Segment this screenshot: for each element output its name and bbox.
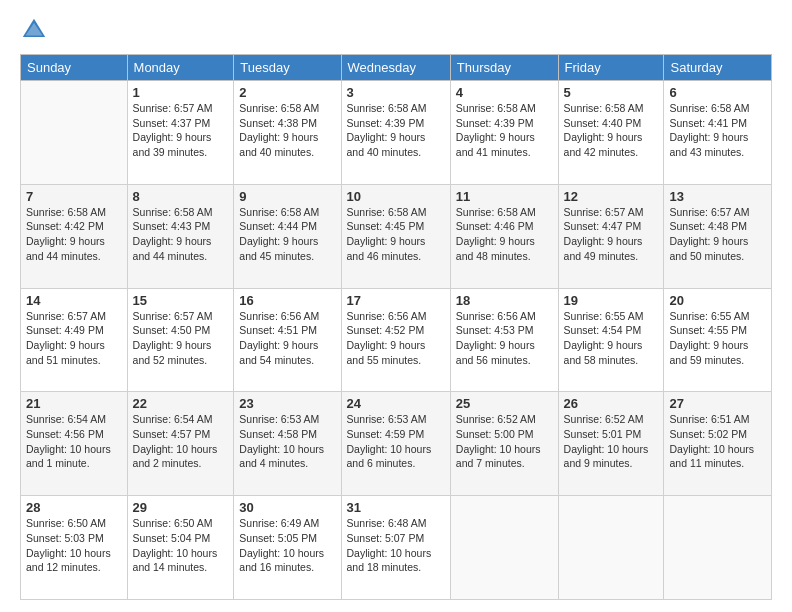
header <box>20 16 772 44</box>
day-cell <box>450 496 558 600</box>
day-number: 9 <box>239 189 335 204</box>
day-info: Sunrise: 6:58 AM Sunset: 4:38 PM Dayligh… <box>239 101 335 160</box>
day-headers: SundayMondayTuesdayWednesdayThursdayFrid… <box>21 55 772 81</box>
day-header-monday: Monday <box>127 55 234 81</box>
day-info: Sunrise: 6:57 AM Sunset: 4:37 PM Dayligh… <box>133 101 229 160</box>
day-cell: 2Sunrise: 6:58 AM Sunset: 4:38 PM Daylig… <box>234 81 341 185</box>
day-number: 5 <box>564 85 659 100</box>
day-cell: 23Sunrise: 6:53 AM Sunset: 4:58 PM Dayli… <box>234 392 341 496</box>
day-cell <box>558 496 664 600</box>
day-info: Sunrise: 6:53 AM Sunset: 4:58 PM Dayligh… <box>239 412 335 471</box>
week-row-2: 14Sunrise: 6:57 AM Sunset: 4:49 PM Dayli… <box>21 288 772 392</box>
day-number: 3 <box>347 85 445 100</box>
day-number: 16 <box>239 293 335 308</box>
day-cell: 22Sunrise: 6:54 AM Sunset: 4:57 PM Dayli… <box>127 392 234 496</box>
day-cell: 17Sunrise: 6:56 AM Sunset: 4:52 PM Dayli… <box>341 288 450 392</box>
day-number: 29 <box>133 500 229 515</box>
day-header-tuesday: Tuesday <box>234 55 341 81</box>
day-number: 23 <box>239 396 335 411</box>
day-info: Sunrise: 6:56 AM Sunset: 4:52 PM Dayligh… <box>347 309 445 368</box>
day-number: 22 <box>133 396 229 411</box>
day-info: Sunrise: 6:58 AM Sunset: 4:40 PM Dayligh… <box>564 101 659 160</box>
week-row-3: 21Sunrise: 6:54 AM Sunset: 4:56 PM Dayli… <box>21 392 772 496</box>
day-cell: 27Sunrise: 6:51 AM Sunset: 5:02 PM Dayli… <box>664 392 772 496</box>
day-cell: 1Sunrise: 6:57 AM Sunset: 4:37 PM Daylig… <box>127 81 234 185</box>
day-cell: 5Sunrise: 6:58 AM Sunset: 4:40 PM Daylig… <box>558 81 664 185</box>
day-cell: 31Sunrise: 6:48 AM Sunset: 5:07 PM Dayli… <box>341 496 450 600</box>
day-info: Sunrise: 6:57 AM Sunset: 4:48 PM Dayligh… <box>669 205 766 264</box>
day-number: 28 <box>26 500 122 515</box>
day-info: Sunrise: 6:56 AM Sunset: 4:53 PM Dayligh… <box>456 309 553 368</box>
day-info: Sunrise: 6:56 AM Sunset: 4:51 PM Dayligh… <box>239 309 335 368</box>
day-info: Sunrise: 6:58 AM Sunset: 4:39 PM Dayligh… <box>456 101 553 160</box>
day-info: Sunrise: 6:48 AM Sunset: 5:07 PM Dayligh… <box>347 516 445 575</box>
day-number: 30 <box>239 500 335 515</box>
week-row-0: 1Sunrise: 6:57 AM Sunset: 4:37 PM Daylig… <box>21 81 772 185</box>
day-cell: 18Sunrise: 6:56 AM Sunset: 4:53 PM Dayli… <box>450 288 558 392</box>
day-number: 17 <box>347 293 445 308</box>
day-info: Sunrise: 6:58 AM Sunset: 4:43 PM Dayligh… <box>133 205 229 264</box>
day-header-wednesday: Wednesday <box>341 55 450 81</box>
day-header-sunday: Sunday <box>21 55 128 81</box>
day-number: 7 <box>26 189 122 204</box>
day-cell <box>664 496 772 600</box>
day-info: Sunrise: 6:51 AM Sunset: 5:02 PM Dayligh… <box>669 412 766 471</box>
day-number: 15 <box>133 293 229 308</box>
day-cell: 9Sunrise: 6:58 AM Sunset: 4:44 PM Daylig… <box>234 184 341 288</box>
day-cell: 7Sunrise: 6:58 AM Sunset: 4:42 PM Daylig… <box>21 184 128 288</box>
day-cell: 29Sunrise: 6:50 AM Sunset: 5:04 PM Dayli… <box>127 496 234 600</box>
day-cell: 21Sunrise: 6:54 AM Sunset: 4:56 PM Dayli… <box>21 392 128 496</box>
day-cell: 30Sunrise: 6:49 AM Sunset: 5:05 PM Dayli… <box>234 496 341 600</box>
day-info: Sunrise: 6:54 AM Sunset: 4:57 PM Dayligh… <box>133 412 229 471</box>
day-cell: 4Sunrise: 6:58 AM Sunset: 4:39 PM Daylig… <box>450 81 558 185</box>
week-row-4: 28Sunrise: 6:50 AM Sunset: 5:03 PM Dayli… <box>21 496 772 600</box>
week-row-1: 7Sunrise: 6:58 AM Sunset: 4:42 PM Daylig… <box>21 184 772 288</box>
day-info: Sunrise: 6:58 AM Sunset: 4:41 PM Dayligh… <box>669 101 766 160</box>
day-info: Sunrise: 6:50 AM Sunset: 5:03 PM Dayligh… <box>26 516 122 575</box>
day-cell: 20Sunrise: 6:55 AM Sunset: 4:55 PM Dayli… <box>664 288 772 392</box>
logo-icon <box>20 16 48 44</box>
day-info: Sunrise: 6:57 AM Sunset: 4:50 PM Dayligh… <box>133 309 229 368</box>
day-info: Sunrise: 6:58 AM Sunset: 4:44 PM Dayligh… <box>239 205 335 264</box>
day-info: Sunrise: 6:49 AM Sunset: 5:05 PM Dayligh… <box>239 516 335 575</box>
day-info: Sunrise: 6:58 AM Sunset: 4:39 PM Dayligh… <box>347 101 445 160</box>
day-cell: 13Sunrise: 6:57 AM Sunset: 4:48 PM Dayli… <box>664 184 772 288</box>
day-info: Sunrise: 6:58 AM Sunset: 4:46 PM Dayligh… <box>456 205 553 264</box>
day-info: Sunrise: 6:58 AM Sunset: 4:42 PM Dayligh… <box>26 205 122 264</box>
calendar: SundayMondayTuesdayWednesdayThursdayFrid… <box>20 54 772 600</box>
day-cell <box>21 81 128 185</box>
day-info: Sunrise: 6:55 AM Sunset: 4:54 PM Dayligh… <box>564 309 659 368</box>
day-cell: 11Sunrise: 6:58 AM Sunset: 4:46 PM Dayli… <box>450 184 558 288</box>
day-cell: 24Sunrise: 6:53 AM Sunset: 4:59 PM Dayli… <box>341 392 450 496</box>
day-cell: 8Sunrise: 6:58 AM Sunset: 4:43 PM Daylig… <box>127 184 234 288</box>
day-number: 14 <box>26 293 122 308</box>
day-number: 2 <box>239 85 335 100</box>
day-number: 24 <box>347 396 445 411</box>
day-cell: 10Sunrise: 6:58 AM Sunset: 4:45 PM Dayli… <box>341 184 450 288</box>
day-info: Sunrise: 6:57 AM Sunset: 4:49 PM Dayligh… <box>26 309 122 368</box>
day-number: 13 <box>669 189 766 204</box>
day-number: 21 <box>26 396 122 411</box>
day-info: Sunrise: 6:55 AM Sunset: 4:55 PM Dayligh… <box>669 309 766 368</box>
day-cell: 26Sunrise: 6:52 AM Sunset: 5:01 PM Dayli… <box>558 392 664 496</box>
day-number: 27 <box>669 396 766 411</box>
day-number: 19 <box>564 293 659 308</box>
day-number: 26 <box>564 396 659 411</box>
day-cell: 3Sunrise: 6:58 AM Sunset: 4:39 PM Daylig… <box>341 81 450 185</box>
day-number: 18 <box>456 293 553 308</box>
logo <box>20 16 52 44</box>
day-info: Sunrise: 6:53 AM Sunset: 4:59 PM Dayligh… <box>347 412 445 471</box>
day-info: Sunrise: 6:52 AM Sunset: 5:00 PM Dayligh… <box>456 412 553 471</box>
day-cell: 6Sunrise: 6:58 AM Sunset: 4:41 PM Daylig… <box>664 81 772 185</box>
day-info: Sunrise: 6:50 AM Sunset: 5:04 PM Dayligh… <box>133 516 229 575</box>
day-number: 12 <box>564 189 659 204</box>
day-cell: 16Sunrise: 6:56 AM Sunset: 4:51 PM Dayli… <box>234 288 341 392</box>
day-cell: 25Sunrise: 6:52 AM Sunset: 5:00 PM Dayli… <box>450 392 558 496</box>
day-info: Sunrise: 6:58 AM Sunset: 4:45 PM Dayligh… <box>347 205 445 264</box>
day-header-friday: Friday <box>558 55 664 81</box>
day-header-saturday: Saturday <box>664 55 772 81</box>
day-cell: 14Sunrise: 6:57 AM Sunset: 4:49 PM Dayli… <box>21 288 128 392</box>
day-number: 8 <box>133 189 229 204</box>
day-number: 10 <box>347 189 445 204</box>
day-number: 11 <box>456 189 553 204</box>
